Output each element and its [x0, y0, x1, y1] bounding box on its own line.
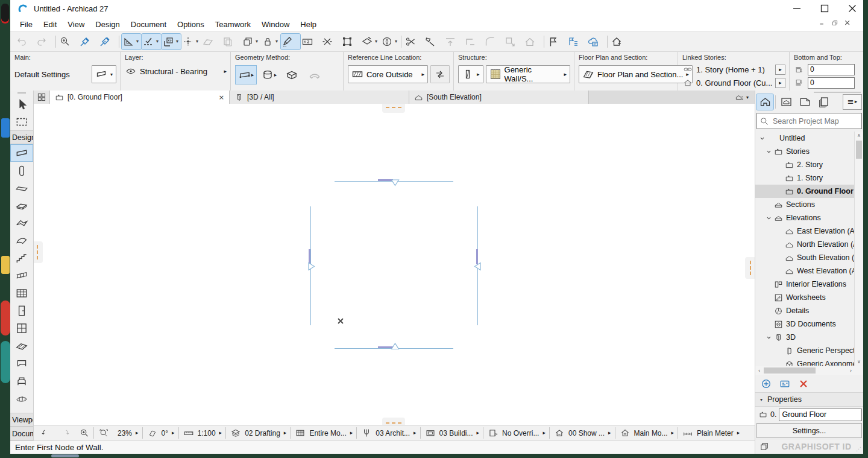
tree-expander-icon[interactable] — [765, 148, 773, 156]
inject-parameters-button[interactable] — [98, 34, 118, 49]
wall-tool[interactable] — [10, 144, 33, 162]
dimension-style-control[interactable]: Plain Meter ▸ — [678, 425, 744, 441]
delete-icon[interactable] — [798, 378, 809, 389]
scrollbar-thumb[interactable] — [764, 367, 816, 374]
opening-tool[interactable] — [10, 354, 33, 372]
menu-item[interactable]: Design — [90, 18, 125, 31]
tree-expander-icon[interactable] — [765, 281, 773, 288]
story-settings-icon[interactable] — [779, 378, 790, 389]
tab-close-icon[interactable]: × — [219, 94, 224, 101]
tree-expander-icon[interactable] — [765, 334, 773, 342]
submenu-arrow-icon[interactable]: ▸ — [671, 430, 675, 436]
tree-expander-icon[interactable] — [776, 161, 784, 169]
graphisoft-id-label[interactable]: GRAPHISOFT ID — [770, 442, 863, 451]
floorplan-display-selector[interactable]: Floor Plan and Section... ▸ — [579, 65, 693, 83]
adjust-button[interactable] — [424, 34, 443, 49]
geometry-curved-box-button[interactable] — [304, 65, 326, 84]
menu-item[interactable]: Edit — [38, 18, 62, 31]
guide-lines-button[interactable]: ▾ — [122, 34, 141, 49]
submenu-arrow-icon[interactable]: ▸ — [737, 430, 740, 436]
tree-item[interactable]: 3D Documents — [755, 317, 855, 331]
menu-item[interactable]: File — [14, 18, 38, 31]
main-model-control[interactable]: Main Mo... ▸ — [615, 425, 679, 441]
dropdown-icon[interactable]: ▾ — [194, 36, 200, 48]
layer-combination-control[interactable]: 02 Drafting ▸ — [226, 425, 291, 441]
dropdown-icon[interactable] — [516, 36, 522, 48]
tab-overview-button[interactable] — [34, 91, 50, 104]
tree-item[interactable]: Details — [755, 304, 855, 317]
menu-item[interactable]: Help — [295, 18, 322, 31]
dropdown-icon[interactable] — [599, 36, 605, 48]
vertical-scrollbar[interactable]: ∧ ∨ — [854, 132, 863, 366]
dropdown-icon[interactable] — [111, 36, 117, 48]
tab-list-button[interactable]: ▾ — [728, 91, 755, 104]
bottom-offset-input[interactable] — [808, 77, 855, 89]
menu-item[interactable]: Document — [125, 18, 172, 31]
tree-expander-icon[interactable] — [776, 267, 784, 275]
tree-item[interactable]: Elevations — [755, 211, 855, 224]
toolbox-section-document[interactable]: Docume — [10, 427, 33, 441]
snap-guides-button[interactable]: ▾ — [142, 34, 161, 49]
dimension-button[interactable] — [301, 34, 320, 49]
bottom-link-menu-button[interactable]: ▸ — [775, 78, 785, 88]
submenu-arrow-icon[interactable]: ▸ — [414, 430, 417, 436]
flip-reference-button[interactable] — [430, 65, 450, 83]
submenu-arrow-icon[interactable]: ▸ — [608, 430, 611, 436]
dropdown-icon[interactable]: ▾ — [274, 36, 280, 48]
geometry-curved-button[interactable]: ▸ — [258, 65, 280, 84]
roof-tool[interactable] — [10, 214, 33, 232]
tree-item[interactable]: North Elevation (Au — [755, 238, 855, 251]
tree-item[interactable]: 2. Story — [755, 158, 855, 171]
geometry-straight-button[interactable]: ▸ — [235, 65, 257, 84]
trim-button[interactable] — [464, 34, 483, 49]
trace-reference-button[interactable] — [221, 34, 241, 49]
tree-item[interactable]: 1. Story — [755, 171, 855, 185]
tree-item[interactable]: Stories — [755, 145, 855, 158]
fit-in-window-button[interactable] — [94, 425, 113, 441]
dropdown-icon[interactable] — [333, 36, 339, 48]
elevation-marker-north[interactable] — [391, 179, 400, 186]
properties-header[interactable]: ▾ Properties — [755, 392, 863, 407]
mdi-restore-icon[interactable] — [831, 19, 838, 27]
tool-settings-button[interactable]: ▾ — [92, 65, 116, 83]
view-tab[interactable]: [0. Ground Floor] × — [50, 91, 230, 104]
scroll-left-icon[interactable]: ‹ — [755, 368, 763, 374]
minimize-icon[interactable] — [791, 2, 803, 14]
dropdown-icon[interactable] — [353, 36, 359, 48]
submenu-arrow-icon[interactable]: ▸ — [172, 430, 175, 436]
tree-item[interactable]: Untitled — [755, 132, 855, 145]
tree-expander-icon[interactable] — [776, 227, 784, 235]
pen-set-control[interactable]: Entire Mo... ▸ — [291, 425, 357, 441]
scroll-up-icon[interactable]: ∧ — [855, 132, 863, 139]
resize-grip[interactable]: ⋰ — [856, 447, 862, 453]
element-info-button[interactable] — [610, 34, 629, 49]
search-input[interactable] — [772, 116, 861, 126]
model-view-options-control[interactable]: 03 Buildi... ▸ — [421, 425, 484, 441]
tree-expander-icon[interactable] — [776, 174, 784, 182]
coordinate-input-button[interactable]: ▾ — [162, 34, 181, 49]
crop-to-roof-button[interactable] — [523, 34, 542, 49]
dropdown-icon[interactable]: ▾ — [110, 72, 113, 77]
tree-expander-icon[interactable] — [758, 135, 766, 142]
mesh-tool[interactable] — [10, 389, 33, 407]
menu-item[interactable]: Window — [256, 18, 295, 31]
menu-item[interactable]: Teamwork — [210, 18, 256, 31]
elevation-edge-marker-right[interactable] — [745, 257, 755, 279]
dropdown-icon[interactable] — [294, 36, 300, 48]
elevation-edge-marker-left[interactable] — [34, 241, 43, 263]
favorites-button[interactable] — [567, 34, 586, 49]
scroll-right-icon[interactable]: › — [847, 368, 855, 374]
dropdown-icon[interactable] — [417, 36, 423, 48]
submenu-arrow-icon[interactable]: ▸ — [284, 430, 287, 436]
structure-type-button[interactable]: ▸ — [458, 65, 483, 83]
grid-snap-button[interactable]: ▾ — [181, 34, 201, 49]
nav-back-button[interactable] — [36, 425, 55, 441]
dropdown-icon[interactable] — [71, 36, 77, 48]
dropdown-icon[interactable] — [48, 36, 54, 48]
arrow-tool[interactable] — [10, 95, 33, 113]
zoom-in-button[interactable] — [75, 425, 94, 441]
dropdown-icon[interactable] — [496, 36, 502, 48]
beam-tool[interactable] — [10, 179, 33, 197]
tree-expander-icon[interactable] — [765, 214, 773, 222]
transform-button[interactable] — [341, 34, 360, 49]
